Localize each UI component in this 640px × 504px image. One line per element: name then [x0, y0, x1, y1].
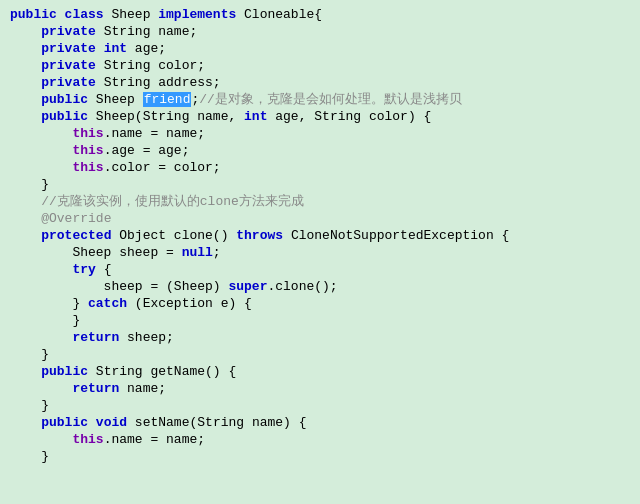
- code-line-l26: }: [10, 397, 630, 414]
- code-line-l5: private String address;: [10, 74, 630, 91]
- code-line-l1: public class Sheep implements Cloneable{: [10, 6, 630, 23]
- code-line-l4: private String color;: [10, 57, 630, 74]
- code-line-l18: } catch (Exception e) {: [10, 295, 630, 312]
- code-line-l21: return sheep;: [10, 329, 630, 346]
- code-line-l28: public void setName(String name) {: [10, 414, 630, 431]
- code-editor: public class Sheep implements Cloneable{…: [0, 0, 640, 504]
- code-line-l24: public String getName() {: [10, 363, 630, 380]
- code-line-l11: }: [10, 176, 630, 193]
- code-line-l12: //克隆该实例，使用默认的clone方法来完成: [10, 193, 630, 210]
- code-line-l17: sheep = (Sheep) super.clone();: [10, 278, 630, 295]
- code-line-l29: this.name = name;: [10, 431, 630, 448]
- code-lines: public class Sheep implements Cloneable{…: [10, 6, 630, 465]
- code-line-l7: public Sheep(String name, int age, Strin…: [10, 108, 630, 125]
- code-line-l13: @Override: [10, 210, 630, 227]
- code-line-l8: this.name = name;: [10, 125, 630, 142]
- code-line-l6: public Sheep friend;//是对象，克隆是会如何处理。默认是浅拷…: [10, 91, 630, 108]
- code-line-l30: }: [10, 448, 630, 465]
- code-line-l2: private String name;: [10, 23, 630, 40]
- code-line-l22: }: [10, 346, 630, 363]
- code-line-l9: this.age = age;: [10, 142, 630, 159]
- code-line-l3: private int age;: [10, 40, 630, 57]
- code-line-l20: }: [10, 312, 630, 329]
- code-line-l25: return name;: [10, 380, 630, 397]
- code-line-l15: Sheep sheep = null;: [10, 244, 630, 261]
- code-line-l16: try {: [10, 261, 630, 278]
- code-line-l10: this.color = color;: [10, 159, 630, 176]
- code-line-l14: protected Object clone() throws CloneNot…: [10, 227, 630, 244]
